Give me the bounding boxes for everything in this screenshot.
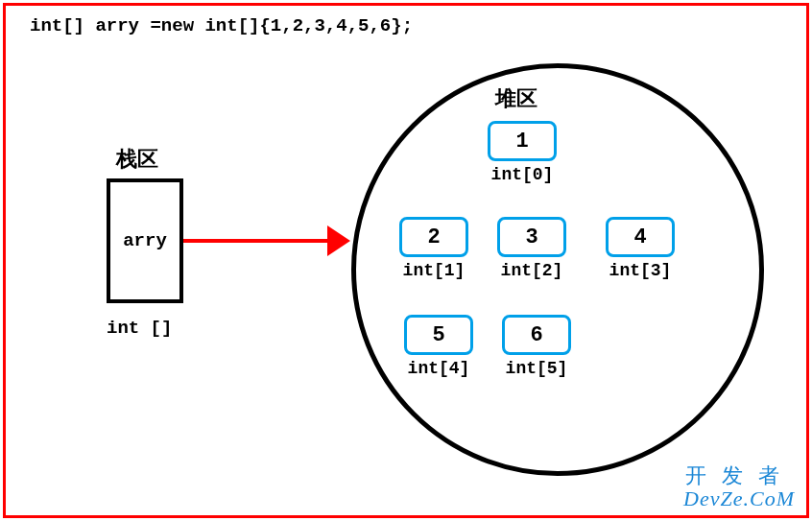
array-element-0: 1 int[0] — [488, 121, 557, 184]
element-index-label: int[2] — [497, 261, 566, 280]
code-declaration: int[] arry =new int[]{1,2,3,4,5,6}; — [30, 15, 413, 36]
stack-variable-name: arry — [123, 230, 167, 251]
element-index-label: int[4] — [404, 359, 473, 378]
element-value-box: 3 — [497, 217, 566, 257]
element-value: 6 — [530, 323, 542, 347]
element-index-label: int[1] — [399, 261, 468, 280]
element-value-box: 2 — [399, 217, 468, 257]
element-value: 3 — [525, 225, 537, 249]
stack-variable-type: int [] — [107, 318, 172, 339]
element-value-box: 6 — [502, 315, 571, 355]
element-value: 5 — [432, 323, 444, 347]
diagram-frame: int[] arry =new int[]{1,2,3,4,5,6}; 栈区 a… — [3, 3, 809, 518]
reference-arrow — [183, 222, 351, 260]
stack-variable-box: arry — [107, 178, 183, 303]
element-value-box: 1 — [488, 121, 557, 161]
element-value-box: 4 — [606, 217, 675, 257]
watermark-line2: DevZe.CoM — [683, 487, 795, 510]
element-value: 2 — [427, 225, 440, 249]
watermark-line1: 开发者 — [683, 464, 795, 487]
element-value-box: 5 — [404, 315, 473, 355]
element-value: 4 — [633, 225, 646, 249]
element-index-label: int[5] — [502, 359, 571, 378]
stack-area-title: 栈区 — [116, 145, 158, 174]
array-element-3: 4 int[3] — [606, 217, 675, 280]
element-value: 1 — [515, 130, 528, 154]
array-element-5: 6 int[5] — [502, 315, 571, 378]
array-element-4: 5 int[4] — [404, 315, 473, 378]
element-index-label: int[3] — [606, 261, 675, 280]
watermark: 开发者 DevZe.CoM — [683, 464, 795, 510]
array-element-1: 2 int[1] — [399, 217, 468, 280]
array-element-2: 3 int[2] — [497, 217, 566, 280]
element-index-label: int[0] — [488, 165, 557, 184]
arrow-head-icon — [327, 225, 350, 256]
arrow-line — [183, 239, 332, 243]
